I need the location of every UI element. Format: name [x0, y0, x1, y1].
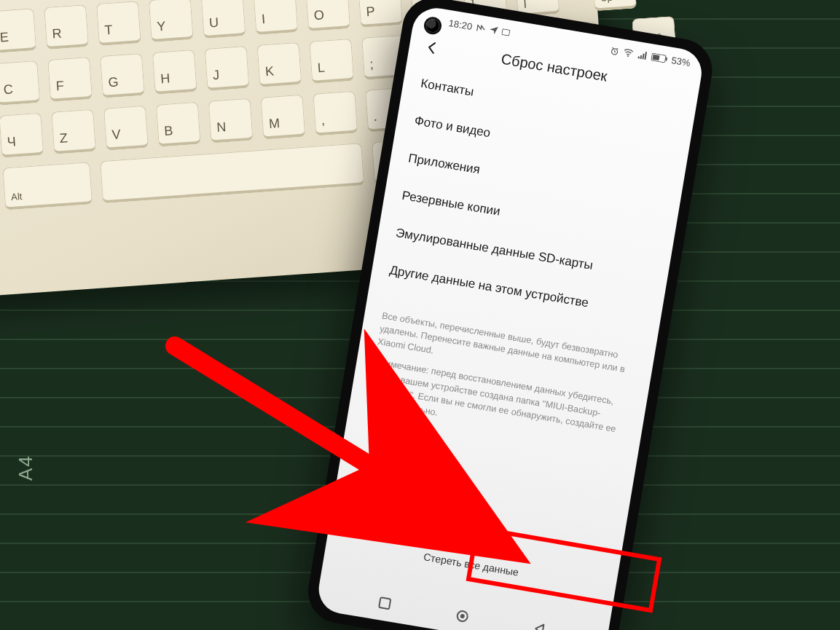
key-alt: Alt: [2, 162, 93, 210]
key: F: [47, 57, 93, 102]
erase-all-data-button[interactable]: Стереть все данные: [403, 515, 544, 590]
key: G: [100, 53, 145, 98]
key: O: [305, 0, 350, 31]
key: M: [260, 95, 305, 140]
svg-rect-6: [379, 597, 390, 609]
key: J: [205, 46, 250, 91]
key: C: [0, 60, 40, 106]
reset-icon: [463, 532, 486, 556]
battery-icon: [651, 52, 668, 63]
key: B: [156, 102, 201, 147]
key: L: [309, 39, 354, 84]
key: K: [256, 42, 302, 87]
key: Y: [149, 0, 194, 42]
svg-point-2: [627, 55, 629, 57]
photo-scene: A4 Е R T Y U I O P { } | Page Up C F G H…: [0, 0, 840, 630]
svg-point-8: [460, 614, 465, 619]
nav-back-button[interactable]: [533, 621, 548, 630]
key: H: [152, 50, 197, 95]
card-icon: [501, 28, 510, 36]
key: ,: [313, 91, 358, 136]
erase-button-label: Стереть все данные: [423, 551, 519, 578]
key: V: [103, 106, 149, 151]
key: I: [253, 0, 298, 35]
key: Е: [0, 8, 36, 53]
key: U: [201, 0, 246, 39]
android-navbar: [317, 585, 608, 630]
reset-items-list: Контакты Фото и видео Приложения Резервн…: [369, 59, 696, 334]
key: T: [96, 1, 141, 46]
key-space: [100, 143, 364, 203]
nav-recent-button[interactable]: [377, 596, 393, 611]
key: P: [358, 0, 403, 28]
key: Z: [51, 109, 96, 154]
svg-rect-5: [652, 55, 659, 60]
send-icon: [489, 25, 498, 35]
wifi-icon: [623, 48, 635, 58]
signal-icon: [637, 50, 648, 60]
nfc-icon: [476, 24, 485, 33]
nav-home-button[interactable]: [454, 608, 471, 625]
alarm-icon: [610, 46, 620, 56]
key: R: [44, 4, 89, 50]
key: Ч: [0, 113, 44, 158]
mat-label: A4: [15, 454, 37, 481]
key: N: [208, 98, 254, 143]
svg-rect-0: [501, 29, 509, 36]
